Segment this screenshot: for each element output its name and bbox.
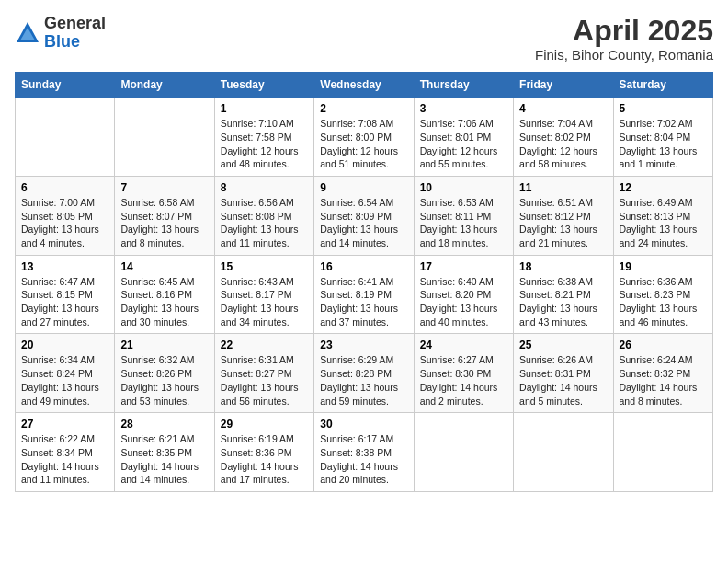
calendar-cell: 14Sunrise: 6:45 AMSunset: 8:16 PMDayligh…	[115, 255, 214, 334]
day-number: 24	[420, 339, 507, 351]
day-number: 22	[221, 339, 308, 351]
day-number: 11	[519, 181, 607, 194]
day-info: Sunrise: 6:56 AMSunset: 8:08 PMDaylight:…	[221, 197, 299, 248]
day-info: Sunrise: 6:27 AMSunset: 8:30 PMDaylight:…	[420, 354, 498, 406]
calendar-title: April 2025	[535, 15, 713, 47]
day-info: Sunrise: 6:47 AMSunset: 8:15 PMDaylight:…	[21, 276, 99, 327]
calendar-cell: 10Sunrise: 6:53 AMSunset: 8:11 PMDayligh…	[414, 176, 513, 255]
day-number: 12	[620, 181, 707, 194]
day-number: 17	[420, 260, 507, 273]
day-number: 3	[420, 102, 507, 115]
day-info: Sunrise: 6:21 AMSunset: 8:35 PMDaylight:…	[120, 433, 199, 485]
calendar-cell: 9Sunrise: 6:54 AMSunset: 8:09 PMDaylight…	[314, 176, 414, 255]
calendar-cell: 15Sunrise: 6:43 AMSunset: 8:17 PMDayligh…	[214, 255, 313, 334]
calendar-cell: 28Sunrise: 6:21 AMSunset: 8:35 PMDayligh…	[115, 413, 214, 492]
title-block: April 2025 Finis, Bihor County, Romania	[535, 15, 713, 63]
day-number: 23	[320, 339, 407, 351]
day-info: Sunrise: 6:26 AMSunset: 8:31 PMDaylight:…	[519, 354, 597, 406]
calendar-cell: 2Sunrise: 7:08 AMSunset: 8:00 PMDaylight…	[314, 98, 414, 177]
calendar-cell: 3Sunrise: 7:06 AMSunset: 8:01 PMDaylight…	[414, 98, 513, 177]
day-info: Sunrise: 6:40 AMSunset: 8:20 PMDaylight:…	[420, 276, 498, 327]
day-info: Sunrise: 7:04 AMSunset: 8:02 PMDaylight:…	[519, 118, 597, 169]
day-number: 6	[21, 181, 108, 194]
calendar-table: SundayMondayTuesdayWednesdayThursdayFrid…	[15, 72, 713, 492]
logo-icon	[15, 20, 40, 46]
day-info: Sunrise: 6:29 AMSunset: 8:28 PMDaylight:…	[320, 354, 398, 406]
page-header: General Blue April 2025 Finis, Bihor Cou…	[15, 15, 713, 63]
calendar-cell: 27Sunrise: 6:22 AMSunset: 8:34 PMDayligh…	[16, 413, 115, 492]
day-info: Sunrise: 6:45 AMSunset: 8:16 PMDaylight:…	[120, 276, 199, 327]
day-info: Sunrise: 6:22 AMSunset: 8:34 PMDaylight:…	[21, 433, 99, 485]
day-number: 15	[221, 260, 308, 273]
day-info: Sunrise: 6:58 AMSunset: 8:07 PMDaylight:…	[120, 197, 199, 248]
header-row: SundayMondayTuesdayWednesdayThursdayFrid…	[16, 73, 713, 98]
calendar-cell	[613, 413, 712, 492]
weekday-header: Saturday	[613, 73, 712, 98]
day-number: 10	[420, 181, 507, 194]
logo: General Blue	[15, 15, 106, 52]
calendar-week-row: 1Sunrise: 7:10 AMSunset: 7:58 PMDaylight…	[16, 98, 713, 177]
day-number: 27	[21, 418, 108, 431]
calendar-cell: 17Sunrise: 6:40 AMSunset: 8:20 PMDayligh…	[414, 255, 513, 334]
day-info: Sunrise: 6:43 AMSunset: 8:17 PMDaylight:…	[221, 276, 299, 327]
logo-text: General Blue	[44, 15, 106, 52]
calendar-cell: 21Sunrise: 6:32 AMSunset: 8:26 PMDayligh…	[115, 334, 214, 413]
calendar-cell: 13Sunrise: 6:47 AMSunset: 8:15 PMDayligh…	[16, 255, 115, 334]
day-info: Sunrise: 6:51 AMSunset: 8:12 PMDaylight:…	[519, 197, 597, 248]
calendar-cell	[514, 413, 613, 492]
calendar-cell: 20Sunrise: 6:34 AMSunset: 8:24 PMDayligh…	[16, 334, 115, 413]
day-number: 18	[519, 260, 607, 273]
day-info: Sunrise: 7:02 AMSunset: 8:04 PMDaylight:…	[620, 118, 698, 169]
calendar-cell: 22Sunrise: 6:31 AMSunset: 8:27 PMDayligh…	[214, 334, 313, 413]
calendar-week-row: 27Sunrise: 6:22 AMSunset: 8:34 PMDayligh…	[16, 413, 713, 492]
calendar-cell: 26Sunrise: 6:24 AMSunset: 8:32 PMDayligh…	[613, 334, 712, 413]
day-info: Sunrise: 6:24 AMSunset: 8:32 PMDaylight:…	[620, 354, 698, 406]
calendar-cell: 4Sunrise: 7:04 AMSunset: 8:02 PMDaylight…	[514, 98, 613, 177]
day-number: 8	[221, 181, 308, 194]
calendar-cell: 30Sunrise: 6:17 AMSunset: 8:38 PMDayligh…	[314, 413, 414, 492]
calendar-cell: 24Sunrise: 6:27 AMSunset: 8:30 PMDayligh…	[414, 334, 513, 413]
day-number: 29	[221, 418, 308, 431]
weekday-header: Friday	[514, 73, 613, 98]
weekday-header: Tuesday	[214, 73, 313, 98]
day-number: 4	[519, 102, 607, 115]
calendar-cell: 11Sunrise: 6:51 AMSunset: 8:12 PMDayligh…	[514, 176, 613, 255]
calendar-cell: 19Sunrise: 6:36 AMSunset: 8:23 PMDayligh…	[613, 255, 712, 334]
calendar-cell: 12Sunrise: 6:49 AMSunset: 8:13 PMDayligh…	[613, 176, 712, 255]
day-info: Sunrise: 7:10 AMSunset: 7:58 PMDaylight:…	[221, 118, 299, 169]
day-number: 19	[620, 260, 707, 273]
day-info: Sunrise: 6:38 AMSunset: 8:21 PMDaylight:…	[519, 276, 597, 327]
day-number: 7	[120, 181, 208, 194]
day-info: Sunrise: 7:06 AMSunset: 8:01 PMDaylight:…	[420, 118, 498, 169]
day-info: Sunrise: 6:49 AMSunset: 8:13 PMDaylight:…	[620, 197, 698, 248]
calendar-cell: 25Sunrise: 6:26 AMSunset: 8:31 PMDayligh…	[514, 334, 613, 413]
day-number: 25	[519, 339, 607, 351]
day-info: Sunrise: 6:19 AMSunset: 8:36 PMDaylight:…	[221, 433, 299, 485]
weekday-header: Monday	[115, 73, 214, 98]
day-number: 2	[320, 102, 407, 115]
calendar-cell	[16, 98, 115, 177]
day-info: Sunrise: 7:08 AMSunset: 8:00 PMDaylight:…	[320, 118, 398, 169]
day-info: Sunrise: 6:32 AMSunset: 8:26 PMDaylight:…	[120, 354, 199, 406]
day-number: 1	[221, 102, 308, 115]
calendar-cell: 23Sunrise: 6:29 AMSunset: 8:28 PMDayligh…	[314, 334, 414, 413]
day-info: Sunrise: 6:34 AMSunset: 8:24 PMDaylight:…	[21, 354, 99, 406]
day-info: Sunrise: 6:54 AMSunset: 8:09 PMDaylight:…	[320, 197, 398, 248]
day-number: 30	[320, 418, 407, 431]
calendar-week-row: 13Sunrise: 6:47 AMSunset: 8:15 PMDayligh…	[16, 255, 713, 334]
calendar-cell: 29Sunrise: 6:19 AMSunset: 8:36 PMDayligh…	[214, 413, 313, 492]
calendar-cell	[414, 413, 513, 492]
weekday-header: Thursday	[414, 73, 513, 98]
calendar-week-row: 6Sunrise: 7:00 AMSunset: 8:05 PMDaylight…	[16, 176, 713, 255]
calendar-cell: 8Sunrise: 6:56 AMSunset: 8:08 PMDaylight…	[214, 176, 313, 255]
calendar-cell: 16Sunrise: 6:41 AMSunset: 8:19 PMDayligh…	[314, 255, 414, 334]
day-number: 13	[21, 260, 108, 273]
day-number: 9	[320, 181, 407, 194]
day-number: 28	[120, 418, 208, 431]
day-number: 26	[620, 339, 707, 351]
calendar-week-row: 20Sunrise: 6:34 AMSunset: 8:24 PMDayligh…	[16, 334, 713, 413]
day-number: 20	[21, 339, 108, 351]
day-info: Sunrise: 6:41 AMSunset: 8:19 PMDaylight:…	[320, 276, 398, 327]
calendar-cell: 1Sunrise: 7:10 AMSunset: 7:58 PMDaylight…	[214, 98, 313, 177]
weekday-header: Sunday	[16, 73, 115, 98]
